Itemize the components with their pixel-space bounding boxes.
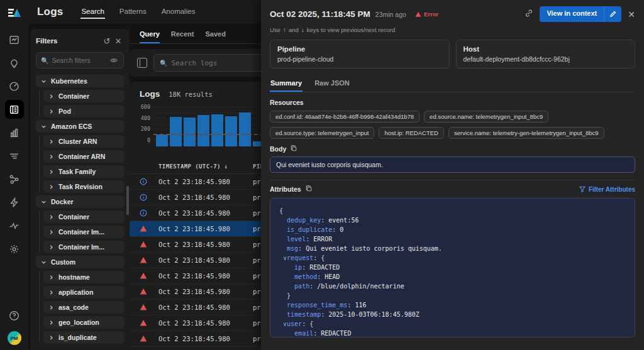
filter-item-task-revision[interactable]: Task Revision	[43, 180, 124, 193]
view-in-context-button[interactable]: View in context	[540, 6, 621, 22]
topbar-tab-patterns[interactable]: Patterns	[119, 5, 147, 19]
filter-group-amazon-ecs[interactable]: Amazon ECS	[36, 120, 124, 133]
filter-item-container-arn[interactable]: Container ARN	[43, 150, 124, 163]
close-filters-icon[interactable]: ✕	[113, 35, 124, 46]
row-timestamp: Oct 2 23:18:45.980	[158, 256, 253, 264]
traces-icon[interactable]	[5, 146, 24, 165]
resource-chip[interactable]: ed.source.type: telemetrygen_input	[270, 127, 374, 139]
error-icon	[140, 225, 158, 232]
collapse-sidebar-icon[interactable]	[137, 58, 147, 68]
row-timestamp: Oct 2 23:18:45.980	[158, 225, 253, 232]
filter-item-cluster-arn[interactable]: Cluster ARN	[43, 135, 124, 148]
topbar-tab-anomalies[interactable]: Anomalies	[161, 5, 196, 19]
error-icon	[140, 319, 158, 327]
detail-tabs: SummaryRaw JSON	[270, 76, 635, 92]
sort-desc-icon[interactable]: ↓	[224, 163, 228, 170]
integrations-icon[interactable]	[5, 193, 24, 212]
filter-item-is-duplicate[interactable]: is_duplicate	[43, 331, 124, 344]
filters-title: Filters	[36, 37, 101, 45]
filter-group-kubernetes[interactable]: Kubernetes	[36, 75, 124, 87]
error-icon	[140, 304, 158, 311]
json-line: {	[279, 206, 626, 216]
arrow-down-icon: ↓	[301, 26, 304, 33]
filters-search[interactable]: 🔍	[36, 52, 124, 68]
eye-icon[interactable]	[110, 57, 118, 64]
filter-group-custom[interactable]: Custom	[36, 256, 124, 268]
error-icon	[140, 335, 158, 342]
json-line: ∨user: {	[279, 319, 626, 329]
query-tab-saved[interactable]: Saved	[205, 30, 225, 43]
metrics-icon[interactable]	[5, 123, 24, 142]
query-tab-recent[interactable]: Recent	[171, 30, 194, 43]
y-tick: 200	[141, 126, 150, 132]
row-timestamp: Oct 2 23:18:45.980	[158, 335, 253, 342]
gauge-icon[interactable]	[5, 77, 24, 96]
row-timestamp: Oct 2 23:18:45.980	[158, 319, 253, 327]
settings-icon[interactable]	[5, 239, 24, 258]
filter-item-container[interactable]: Container	[43, 211, 124, 223]
filters-tree: KubernetesContainerPodAmazon ECSCluster …	[36, 75, 124, 344]
chart-bar[interactable]	[211, 114, 223, 146]
copy-body-icon[interactable]	[291, 145, 297, 153]
filter-item-pod[interactable]: Pod	[43, 105, 124, 118]
body-label: Body	[270, 145, 286, 153]
reset-filters-icon[interactable]: ↺	[101, 35, 113, 46]
logs-icon[interactable]	[5, 100, 24, 119]
monitors-icon[interactable]	[5, 216, 24, 235]
log-detail-panel: Oct 02 2025, 11:18:45 PM 23min ago Error…	[261, 0, 644, 350]
json-line: method: HEAD	[279, 272, 626, 282]
insights-icon[interactable]	[5, 53, 24, 72]
filter-attributes-button[interactable]: Filter Attributes	[579, 186, 635, 193]
resource-chip[interactable]: host.ip: REDACTED	[379, 127, 444, 139]
host-card: Hostdefault-deployment-db8dcfccc-962bj	[456, 40, 636, 68]
chart-bar[interactable]	[156, 134, 168, 146]
detail-cards: Pipelineprod-pipeline-cloudHostdefault-d…	[270, 40, 635, 68]
body-text: Qui eveniet iusto corporis quisquam.	[270, 156, 635, 173]
filter-item-container-im-[interactable]: Container Im...	[43, 241, 124, 253]
chart-bar[interactable]	[239, 112, 251, 146]
edit-icon[interactable]	[604, 6, 621, 22]
pipelines-icon[interactable]	[5, 170, 24, 189]
resource-chip[interactable]: ed.source.name: telemetrygen_input_8bc9	[424, 111, 548, 123]
copy-link-icon[interactable]	[525, 9, 533, 20]
error-icon	[140, 272, 158, 280]
chart-bar[interactable]	[170, 117, 182, 146]
resource-chip[interactable]: ed.conf.id: 46aa874e-b2b8-46ff-b998-42af…	[270, 111, 419, 123]
resource-chip[interactable]: service.name: telemetry-gen-telemetrygen…	[448, 127, 604, 139]
edge-delta-logo-icon[interactable]	[6, 5, 23, 21]
col-timestamp[interactable]: TIMESTAMP (UTC-7)	[158, 163, 221, 170]
filter-item-geo-location[interactable]: geo_location	[43, 316, 124, 329]
filter-item-container[interactable]: Container	[43, 90, 124, 102]
filters-scrollbar[interactable]	[126, 186, 129, 215]
chart-bar[interactable]	[225, 116, 237, 146]
chart-bar[interactable]	[184, 118, 196, 146]
chart-bar[interactable]	[197, 115, 209, 146]
filter-item-asa-code[interactable]: asa_code	[43, 301, 124, 314]
pipeline-card: Pipelineprod-pipeline-cloud	[270, 40, 450, 68]
avatar[interactable]: PM	[8, 331, 21, 345]
error-icon	[140, 241, 158, 248]
dashboards-icon[interactable]	[5, 30, 24, 49]
filter-group-docker[interactable]: Docker	[36, 195, 124, 208]
info-icon	[140, 178, 158, 185]
detail-tab-summary[interactable]: Summary	[270, 76, 303, 92]
query-tab-query[interactable]: Query	[140, 30, 160, 43]
json-line: level: ERROR	[279, 234, 626, 244]
filter-item-task-family[interactable]: Task Family	[43, 165, 124, 178]
topbar-tabs: SearchPatternsAnomalies	[80, 5, 196, 19]
copy-attributes-icon[interactable]	[306, 185, 312, 193]
filter-item-hostname[interactable]: hostname	[43, 271, 124, 283]
close-detail-icon[interactable]: ✕	[628, 9, 635, 19]
filters-search-input[interactable]	[52, 57, 107, 64]
detail-timestamp: Oct 02 2025, 11:18:45 PM	[270, 9, 370, 19]
row-timestamp: Oct 2 23:18:45.980	[158, 178, 253, 185]
y-tick: 600	[141, 104, 150, 110]
detail-tab-raw-json[interactable]: Raw JSON	[314, 76, 350, 92]
row-timestamp: Oct 2 23:18:45.980	[158, 304, 253, 311]
filters-panel: Filters ↺ ✕ 🔍 KubernetesContainerPodAmaz…	[30, 29, 130, 350]
topbar-tab-search[interactable]: Search	[80, 5, 104, 19]
help-icon[interactable]	[5, 306, 24, 325]
info-icon	[140, 194, 158, 201]
filter-item-container-im-[interactable]: Container Im...	[43, 226, 124, 238]
filter-item-application[interactable]: application	[43, 286, 124, 298]
